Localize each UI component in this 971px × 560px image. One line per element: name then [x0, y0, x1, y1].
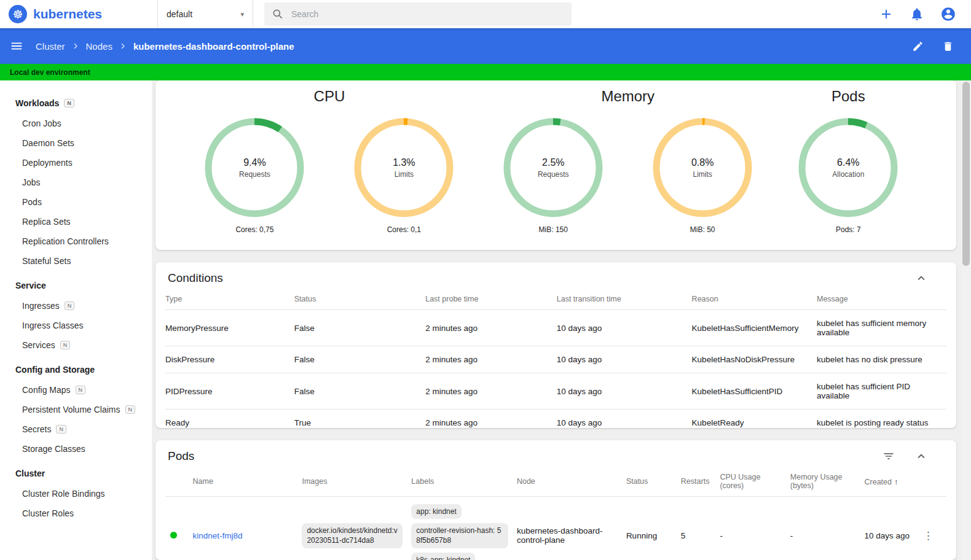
column-header-node[interactable]: Node [517, 467, 626, 497]
label-chip: controller-revision-hash: 58f5b657b8 [411, 523, 508, 548]
scrollbar-thumb[interactable] [962, 82, 970, 266]
edit-button[interactable] [912, 41, 924, 52]
cell-message: kubelet has no disk pressure [817, 346, 946, 373]
table-row: PIDPressure False 2 minutes ago 10 days … [165, 373, 946, 410]
column-header: Type [165, 289, 294, 310]
cell-last-transition: 10 days ago [557, 346, 692, 373]
column-header-cpu[interactable]: CPU Usage (cores) [720, 467, 790, 497]
label-chip: k8s-app: kindnet [411, 553, 475, 560]
table-row: DiskPressure False 2 minutes ago 10 days… [165, 346, 946, 373]
create-button[interactable] [879, 7, 894, 21]
search-input[interactable] [291, 9, 564, 19]
toolbar: Cluster Nodes kubernetes-dashboard-contr… [0, 28, 971, 64]
filter-button[interactable] [883, 450, 895, 462]
sidebar-item-secrets[interactable]: Secrets N [0, 419, 152, 439]
collapse-button[interactable] [914, 449, 928, 463]
sidebar-item-cluster-role-bindings[interactable]: Cluster Role Bindings [0, 484, 152, 504]
column-header: Message [817, 289, 946, 310]
sidebar-group-config-and-storage[interactable]: Config and Storage [0, 359, 152, 380]
chart-group-title: Memory [479, 88, 777, 105]
pod-status-ok-dot [170, 532, 177, 539]
cell-message: kubelet has sufficient PID available [817, 373, 946, 410]
sidebar-item-label: Ingresses [22, 301, 60, 311]
donut-label: Allocation [832, 170, 864, 179]
sidebar-group: Service Ingresses N Ingress Classes Serv… [0, 275, 152, 355]
cell-memory-usage: - [790, 497, 865, 560]
menu-button[interactable] [10, 39, 23, 53]
conditions-table: Type Status Last probe time Last transit… [165, 289, 946, 428]
sidebar-group-label: Service [15, 281, 46, 290]
sidebar-item-config-maps[interactable]: Config Maps N [0, 380, 152, 400]
sidebar-item-label: Ingress Classes [22, 321, 84, 330]
donut-label: Limits [693, 170, 712, 179]
donut-value: 9.4% [243, 157, 265, 168]
table-row: kindnet-fmj8d docker.io/kindest/kindnetd… [165, 497, 946, 560]
allocation-card: CPU 9.4% Requests Cores: 0,75 [155, 80, 956, 250]
cell-status: False [294, 346, 426, 373]
cell-last-probe: 2 minutes ago [425, 346, 557, 373]
sidebar-item-label: Deployments [22, 158, 73, 168]
sidebar-group-workloads[interactable]: Workloads N [0, 93, 152, 114]
breadcrumb-item-nodes[interactable]: Nodes [86, 41, 112, 52]
breadcrumb: Cluster Nodes kubernetes-dashboard-contr… [36, 41, 294, 52]
card-title: Conditions [168, 271, 223, 285]
brand[interactable]: ☸ kubernetes [0, 0, 157, 28]
chart-group-title: Pods [777, 88, 919, 105]
sidebar-item-replica-sets[interactable]: Replica Sets [0, 212, 152, 231]
sidebar-item-ingresses[interactable]: Ingresses N [0, 296, 152, 316]
new-badge: N [56, 425, 66, 434]
sidebar-item-ingress-classes[interactable]: Ingress Classes [0, 316, 152, 335]
column-header-created[interactable]: Created↑ [865, 467, 923, 497]
sidebar-item-storage-classes[interactable]: Storage Classes [0, 439, 152, 459]
sidebar-group: Config and Storage Config Maps N Persist… [0, 359, 152, 459]
column-header-name[interactable]: Name [192, 467, 302, 497]
delete-button[interactable] [942, 41, 954, 52]
sidebar-item-label: Services [22, 340, 55, 350]
column-header-restarts[interactable]: Restarts [681, 467, 720, 497]
chevron-up-icon [914, 449, 928, 463]
column-header-labels[interactable]: Labels [411, 467, 517, 497]
sidebar-item-label: Cluster Role Bindings [22, 489, 105, 499]
sidebar-item-stateful-sets[interactable]: Stateful Sets [0, 251, 152, 271]
account-button[interactable] [940, 6, 956, 22]
namespace-selector[interactable]: default ▾ [157, 0, 253, 28]
plus-icon [879, 7, 894, 21]
sidebar-item-replication-controllers[interactable]: Replication Controllers [0, 231, 152, 251]
donut-value: 6.4% [837, 157, 859, 168]
sidebar-group-cluster[interactable]: Cluster [0, 463, 152, 484]
cell-reason: KubeletHasSufficientPID [692, 373, 817, 410]
column-header: Reason [692, 289, 817, 310]
sidebar-group: Workloads N Cron Jobs Daemon Sets Deploy… [0, 93, 152, 271]
memory-requests-donut: 2.5% Requests MiB: 150 [503, 117, 603, 234]
sidebar-item-pods[interactable]: Pods [0, 192, 152, 212]
collapse-button[interactable] [914, 271, 928, 285]
sidebar-item-label: Secrets [22, 424, 51, 434]
sidebar-group-label: Workloads [15, 98, 59, 108]
pod-name-link[interactable]: kindnet-fmj8d [192, 531, 242, 540]
breadcrumb-item-cluster[interactable]: Cluster [36, 41, 65, 52]
pods-chart-group: Pods 6.4% Allocation Pods: 7 [777, 88, 919, 250]
sidebar-item-persistent-volume-claims[interactable]: Persistent Volume Claims N [0, 400, 152, 419]
cell-reason: KubeletReady [692, 410, 817, 429]
sidebar-item-jobs[interactable]: Jobs [0, 173, 152, 192]
cell-message: kubelet has sufficient memory available [817, 310, 946, 346]
sidebar-item-services[interactable]: Services N [0, 335, 152, 355]
sidebar-item-cron-jobs[interactable]: Cron Jobs [0, 114, 152, 133]
sidebar-item-deployments[interactable]: Deployments [0, 153, 152, 173]
column-header-memory[interactable]: Memory Usage (bytes) [790, 467, 865, 497]
notifications-button[interactable] [910, 7, 924, 21]
brand-name: kubernetes [33, 7, 102, 21]
sidebar-group-service[interactable]: Service [0, 275, 152, 296]
search-box[interactable] [264, 2, 572, 26]
cell-cpu-usage: - [720, 497, 790, 560]
kebab-icon: ⋮ [923, 530, 934, 542]
sidebar-item-daemon-sets[interactable]: Daemon Sets [0, 133, 152, 153]
scrollbar[interactable] [961, 80, 971, 560]
sidebar-item-cluster-roles[interactable]: Cluster Roles [0, 504, 152, 523]
donut-value: 1.3% [393, 157, 415, 168]
new-badge: N [65, 301, 75, 311]
row-menu-button[interactable]: ⋮ [923, 531, 934, 541]
column-header-status[interactable]: Status [626, 467, 681, 497]
column-header-images[interactable]: Images [302, 467, 411, 497]
namespace-value: default [167, 9, 192, 19]
